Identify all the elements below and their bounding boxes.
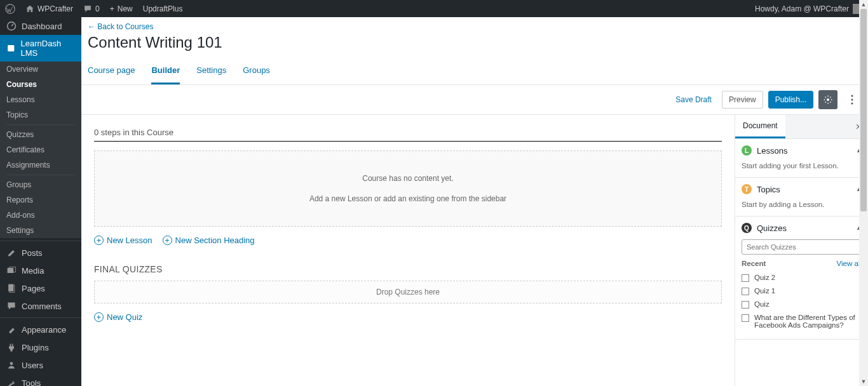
comments-link[interactable]: 0 (83, 4, 100, 13)
svg-point-7 (10, 362, 13, 365)
right-panel: Document × L Lessons ▲ Start adding your… (735, 115, 868, 386)
topics-icon: T (742, 184, 752, 194)
course-tabs: Course page Builder Settings Groups (88, 59, 862, 84)
scroll-up-arrow[interactable]: ▲ (860, 0, 868, 9)
plus-icon: + (94, 312, 104, 322)
quiz-item[interactable]: What are the Different Types of Facebook… (742, 311, 862, 331)
sub-lessons[interactable]: Lessons (0, 92, 81, 107)
checkbox[interactable] (742, 301, 749, 309)
lessons-icon: L (742, 145, 752, 156)
site-name: WPCrafter (37, 4, 73, 13)
panel-topics-toggle[interactable]: T Topics ▲ (735, 178, 868, 201)
updraft-link[interactable]: UpdraftPlus (143, 4, 183, 13)
steps-count: 0 steps in this Course (94, 128, 722, 142)
learndash-submenu: Overview Courses Lessons Topics Quizzes … (0, 62, 81, 238)
svg-point-9 (827, 98, 829, 101)
menu-learndash[interactable]: LearnDash LMS (0, 35, 81, 62)
settings-button[interactable] (818, 90, 837, 109)
sub-courses[interactable]: Courses (0, 77, 81, 92)
quizzes-icon: Q (742, 223, 752, 233)
svg-point-12 (851, 103, 853, 105)
menu-users[interactable]: Users (0, 356, 81, 374)
page-scrollbar[interactable]: ▲ ▼ (859, 0, 868, 386)
site-link[interactable]: WPCrafter (25, 4, 73, 13)
howdy-link[interactable]: Howdy, Adam @ WPCrafter (755, 4, 863, 14)
checkbox[interactable] (742, 314, 749, 322)
sub-settings[interactable]: Settings (0, 223, 81, 238)
tab-settings[interactable]: Settings (196, 59, 226, 84)
quiz-item[interactable]: Quiz (742, 298, 862, 311)
plus-icon: + (163, 236, 172, 245)
quiz-dropzone[interactable]: Drop Quizzes here (94, 281, 722, 303)
builder-area: 0 steps in this Course Course has no con… (81, 115, 735, 386)
menu-pages[interactable]: Pages (0, 279, 81, 297)
tab-builder[interactable]: Builder (151, 59, 180, 84)
new-link[interactable]: + New (110, 4, 133, 13)
tab-groups[interactable]: Groups (243, 59, 270, 84)
scroll-thumb[interactable] (860, 9, 867, 211)
admin-bar: WPCrafter 0 + New UpdraftPlus Howdy, Ada… (0, 0, 868, 17)
menu-appearance[interactable]: Appearance (0, 321, 81, 338)
actions-row: Save Draft Preview Publish... (81, 85, 868, 115)
plus-icon: + (110, 4, 114, 13)
sub-topics[interactable]: Topics (0, 107, 81, 123)
tab-course-page[interactable]: Course page (88, 59, 135, 84)
menu-comments[interactable]: Comments (0, 297, 81, 315)
panel-lessons-toggle[interactable]: L Lessons ▲ (735, 139, 868, 162)
sub-reports[interactable]: Reports (0, 192, 81, 208)
sub-assignments[interactable]: Assignments (0, 157, 81, 173)
content-dropzone[interactable]: Course has no content yet. Add a new Les… (94, 150, 722, 227)
menu-dashboard[interactable]: Dashboard (0, 17, 81, 35)
new-quiz-button[interactable]: +New Quiz (94, 312, 142, 322)
sub-certificates[interactable]: Certificates (0, 142, 81, 157)
menu-plugins[interactable]: Plugins (0, 338, 81, 356)
svg-point-11 (851, 99, 853, 101)
comments-count: 0 (95, 4, 100, 13)
panel-lessons-body: Start adding your first Lesson. (735, 162, 868, 177)
scroll-down-arrow[interactable]: ▼ (860, 377, 868, 386)
final-quizzes-heading: FINAL QUIZZES (94, 264, 722, 274)
quiz-search-input[interactable] (742, 239, 862, 255)
back-to-courses[interactable]: ← Back to Courses (88, 22, 153, 31)
view-all-link[interactable]: View all (837, 260, 862, 267)
panel-quizzes-toggle[interactable]: Q Quizzes ▲ (735, 216, 868, 239)
svg-point-10 (851, 95, 853, 97)
menu-media[interactable]: Media (0, 262, 81, 279)
sub-groups[interactable]: Groups (0, 177, 81, 192)
panel-tab-document[interactable]: Document (735, 115, 785, 138)
menu-tools[interactable]: Tools (0, 374, 81, 386)
main-content: ← Back to Courses Content Writing 101 Co… (81, 17, 868, 386)
svg-rect-2 (8, 45, 14, 51)
recent-label: Recent (742, 260, 766, 267)
sub-addons[interactable]: Add-ons (0, 208, 81, 223)
panel-topics-body: Start by adding a Lesson. (735, 201, 868, 216)
wp-logo[interactable] (5, 4, 15, 14)
quiz-item[interactable]: Quiz 1 (742, 284, 862, 298)
page-title: Content Writing 101 (81, 31, 868, 59)
checkbox[interactable] (742, 274, 749, 282)
plus-icon: + (94, 236, 104, 245)
checkbox[interactable] (742, 288, 749, 295)
quiz-item[interactable]: Quiz 2 (742, 271, 862, 284)
new-lesson-button[interactable]: +New Lesson (94, 236, 153, 245)
menu-posts[interactable]: Posts (0, 244, 81, 262)
admin-sidebar: Dashboard LearnDash LMS Overview Courses… (0, 17, 81, 386)
save-draft-link[interactable]: Save Draft (675, 95, 712, 104)
new-section-button[interactable]: +New Section Heading (163, 236, 255, 245)
sub-overview[interactable]: Overview (0, 62, 81, 77)
sub-quizzes[interactable]: Quizzes (0, 127, 81, 142)
preview-button[interactable]: Preview (722, 91, 763, 109)
publish-button[interactable]: Publish... (768, 91, 813, 109)
